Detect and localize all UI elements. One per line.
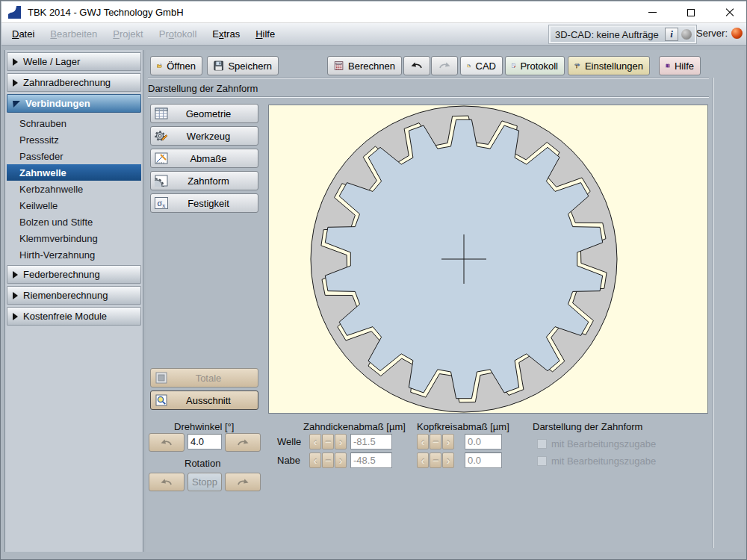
settings-button[interactable]: Einstellungen: [568, 56, 650, 75]
abmasse-button[interactable]: Abmaße: [150, 149, 258, 168]
zahnform-canvas[interactable]: [268, 105, 708, 414]
menu-datei[interactable]: Datei: [7, 26, 40, 42]
button-label: Totale: [170, 373, 247, 384]
rotate-ccw-button[interactable]: [149, 433, 185, 452]
sidebar-nav: Welle / Lager Zahnradberechnung Verbindu…: [4, 50, 143, 552]
sidebar-item-klemmverbindung[interactable]: Klemmverbindung: [7, 230, 141, 246]
welle-kopfkreis-input[interactable]: [465, 434, 502, 449]
menu-label: Pr: [159, 28, 169, 40]
step-down-button[interactable]: ‹: [309, 434, 321, 449]
undo-arrow-icon: [409, 60, 425, 72]
sidebar-section-riemenberechnung[interactable]: Riemenberechnung: [7, 286, 141, 305]
item-label: Bolzen und Stifte: [19, 217, 93, 228]
sidebar-section-welle-lager[interactable]: Welle / Lager: [7, 52, 141, 71]
collapsed-arrow-icon: [13, 58, 18, 66]
protocol-button[interactable]: Protokoll: [505, 56, 565, 75]
drehwinkel-input[interactable]: [187, 434, 222, 449]
collapsed-arrow-icon: [13, 292, 18, 299]
window-title: TBK 2014 - GWJ Technology GmbH: [28, 7, 184, 18]
step-down-button[interactable]: ‹: [309, 452, 321, 468]
menu-label: o: [169, 28, 174, 40]
sidebar-item-passfeder[interactable]: Passfeder: [7, 148, 141, 164]
rotate-cw-button[interactable]: [225, 433, 261, 452]
open-button[interactable]: Öffnen: [150, 56, 202, 75]
sidebar-section-kostenfreie-module[interactable]: Kostenfreie Module: [7, 307, 141, 326]
sidebar-section-zahnradberechnung[interactable]: Zahnradberechnung: [7, 73, 141, 92]
welle-kopfkreis-stepper: ‹ − ›: [417, 434, 454, 449]
step-up-button[interactable]: ›: [442, 434, 454, 449]
minimize-button[interactable]: [641, 4, 663, 22]
step-up-button[interactable]: ›: [442, 452, 454, 468]
sidebar-item-schrauben[interactable]: Schrauben: [7, 115, 141, 131]
cad-ruler-icon: [467, 60, 471, 72]
welle-zahndicken-input[interactable]: [350, 434, 392, 449]
item-label: Hirth-Verzahnung: [19, 249, 95, 261]
section-label: Kostenfreie Module: [23, 311, 107, 322]
minus-icon: −: [433, 436, 438, 448]
darstellung-label: Darstellung der Zahnform: [533, 421, 642, 432]
chevron-left-icon: ‹: [421, 455, 425, 467]
minus-icon: −: [325, 455, 331, 467]
bearbeitungszugabe-checkbox-1: [537, 439, 547, 449]
info-button[interactable]: i: [665, 28, 678, 41]
step-down-button[interactable]: ‹: [417, 434, 429, 449]
collapsed-arrow-icon: [13, 79, 18, 87]
sidebar-item-bolzen-und-stifte[interactable]: Bolzen und Stifte: [7, 214, 141, 230]
totale-button: Totale: [150, 368, 258, 388]
item-label: Schrauben: [19, 118, 66, 129]
step-reset-button[interactable]: −: [322, 434, 334, 449]
app-window: TBK 2014 - GWJ Technology GmbH Datei Bea…: [0, 0, 747, 560]
step-down-button[interactable]: ‹: [417, 452, 429, 468]
chevron-left-icon: ‹: [314, 455, 317, 467]
maximize-button[interactable]: [680, 4, 702, 22]
sidebar-section-verbindungen[interactable]: Verbindungen: [7, 94, 141, 113]
step-up-button[interactable]: ›: [335, 452, 347, 468]
step-reset-button[interactable]: −: [430, 434, 441, 449]
sidebar-section-federberechnung[interactable]: Federberechnung: [7, 265, 141, 284]
help-button[interactable]: Hilfe: [659, 56, 701, 75]
item-label: Presssitz: [19, 134, 59, 146]
rotate-ccw-icon: [158, 476, 175, 488]
sidebar-item-presssitz[interactable]: Presssitz: [7, 131, 141, 148]
maximize-icon: [687, 9, 695, 16]
undo-button[interactable]: [403, 56, 430, 75]
sidebar-item-hirth-verzahnung[interactable]: Hirth-Verzahnung: [7, 246, 141, 263]
sidebar-item-zahnwelle[interactable]: Zahnwelle: [7, 164, 141, 181]
redo-button: [431, 56, 458, 75]
close-button[interactable]: [719, 4, 741, 22]
zahnform-button[interactable]: Zahnform: [150, 171, 258, 190]
nabe-kopfkreis-input[interactable]: [465, 452, 502, 468]
save-button[interactable]: Speichern: [207, 56, 279, 75]
main-panel: Öffnen Speichern Berechnen CAD Protokoll…: [146, 50, 744, 552]
ausschnitt-button[interactable]: Ausschnitt: [150, 391, 258, 410]
rotation-cw-button[interactable]: [225, 473, 261, 491]
menu-extras[interactable]: Extras: [207, 26, 245, 42]
geometrie-button[interactable]: Geometrie: [150, 104, 258, 123]
step-reset-button[interactable]: −: [430, 452, 441, 468]
menu-label: earbeiten: [57, 28, 97, 40]
step-up-button[interactable]: ›: [335, 434, 347, 449]
menu-label: tokoll: [174, 28, 196, 40]
section-label: Verbindungen: [25, 98, 90, 109]
collapsed-arrow-icon: [13, 313, 18, 320]
nabe-zahndicken-input[interactable]: [350, 452, 392, 468]
checkbox-label: mit Bearbeitungszugabe: [551, 455, 656, 467]
step-reset-button[interactable]: −: [322, 452, 334, 468]
calculate-button[interactable]: Berechnen: [327, 56, 402, 75]
button-label: Festigkeit: [170, 198, 247, 209]
rotation-ccw-button[interactable]: [149, 473, 185, 491]
tolerances-drawing-icon: [155, 152, 168, 164]
chevron-right-icon: ›: [447, 436, 450, 448]
festigkeit-button[interactable]: σx Festigkeit: [150, 193, 258, 213]
gear-drawing: [269, 105, 707, 413]
rotate-cw-icon: [235, 437, 251, 449]
cad-button[interactable]: CAD: [460, 56, 503, 75]
minimize-icon: [648, 12, 657, 13]
menu-hilfe[interactable]: Hilfe: [250, 26, 280, 42]
tooth-form-icon: [155, 175, 168, 187]
app-logo-icon: [8, 6, 21, 19]
werkzeug-button[interactable]: Werkzeug: [150, 126, 258, 146]
sidebar-item-kerbzahnwelle[interactable]: Kerbzahnwelle: [7, 181, 141, 197]
sidebar-item-keilwelle[interactable]: Keilwelle: [7, 197, 141, 214]
drehwinkel-label: Drehwinkel [°]: [174, 421, 234, 432]
